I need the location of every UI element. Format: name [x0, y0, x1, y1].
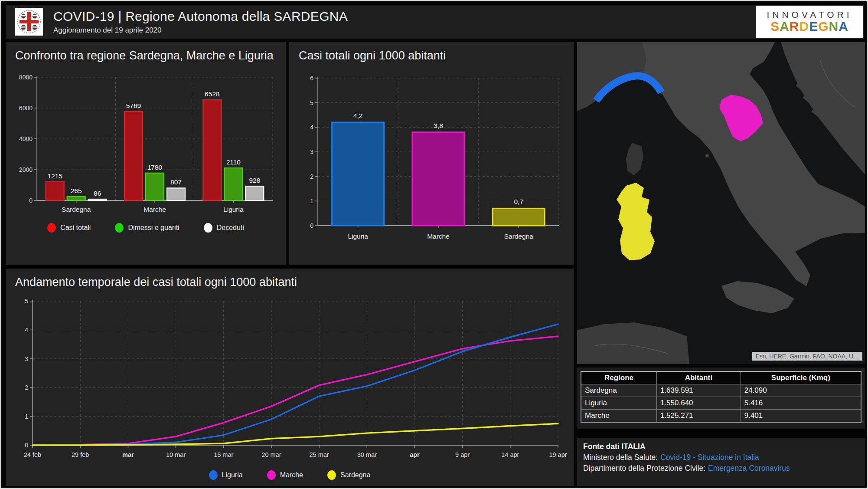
logo-letter: A: [839, 19, 848, 33]
svg-text:0: 0: [25, 442, 28, 449]
svg-text:1215: 1215: [47, 172, 62, 180]
logo-letter: D: [799, 19, 809, 33]
legend-label: Dimessi e guariti: [128, 224, 179, 232]
per1000-bar-chart: 0123456Liguria4,2Marche3,8Sardegna0,7: [296, 68, 566, 246]
svg-text:8000: 8000: [19, 74, 33, 81]
svg-text:86: 86: [94, 190, 101, 197]
svg-text:20 mar: 20 mar: [261, 451, 281, 458]
svg-text:0: 0: [310, 222, 313, 229]
svg-text:6: 6: [310, 75, 313, 82]
svg-text:6000: 6000: [19, 105, 33, 112]
fonte-line-protezione-civile: Dipartimento della Protezione Civile:Eme…: [583, 463, 859, 474]
legend-dot: [204, 223, 212, 233]
svg-text:10 mar: 10 mar: [166, 451, 186, 458]
table-cell: 5.416: [741, 397, 861, 410]
logo-letter: S: [770, 19, 780, 33]
svg-text:19 apr: 19 apr: [549, 451, 567, 458]
table-cell: Liguria: [581, 397, 656, 410]
svg-text:6528: 6528: [205, 90, 219, 98]
innovatori-sardegna-logo: INNOVATORI SARDEGNA: [756, 6, 863, 38]
logo-letter: A: [780, 19, 790, 33]
panel-andamento: Andamento temporale dei casi totali ogni…: [6, 269, 574, 486]
table-cell: 1.550.640: [656, 397, 741, 410]
header-text: COVID-19 | Regione Autonoma della SARDEG…: [53, 9, 348, 35]
legend-label: Marche: [280, 471, 303, 479]
panel-per1000: Casi totali ogni 1000 abitanti 0123456Li…: [289, 42, 574, 265]
panel-confronto: Confronto tra regione Sardegna, Marche e…: [6, 42, 286, 265]
region-table: RegioneAbitantiSuperficie (Kmq) Sardegna…: [581, 371, 861, 423]
map-elba-island: [705, 154, 709, 158]
fonte-title: Fonte dati ITALIA: [583, 442, 859, 451]
fonte-link-emergenza-coronavirus[interactable]: Emergenza Coronavirus: [708, 464, 790, 473]
svg-text:Liguria: Liguria: [348, 233, 368, 240]
app-header: COVID-19 | Regione Autonoma della SARDEG…: [6, 5, 864, 39]
fonte-label: Dipartimento della Protezione Civile:: [583, 464, 705, 473]
legend-label: Casi totali: [60, 224, 91, 232]
legend-dot: [47, 223, 56, 233]
svg-text:29 feb: 29 feb: [72, 451, 89, 458]
table-cell: Marche: [581, 410, 656, 423]
svg-text:1780: 1780: [147, 164, 163, 171]
table-cell: 9.401: [741, 410, 861, 423]
svg-text:30 mar: 30 mar: [357, 451, 377, 458]
sardegna-coat-of-arms-logo: [15, 8, 43, 36]
region-table-body: Sardegna1.639.59124.090Liguria1.550.6405…: [581, 384, 861, 423]
table-cell: 1.639.591: [656, 384, 741, 397]
panel-map: Esri, HERE, Garmin, FAO, NOAA, U…: [577, 42, 865, 364]
svg-text:1: 1: [310, 197, 313, 204]
table-row: Marche1.525.2719.401: [581, 410, 861, 423]
svg-text:Liguria: Liguria: [223, 206, 244, 213]
coat-of-arms-icon: [17, 10, 41, 34]
svg-text:4: 4: [310, 124, 313, 131]
region-table-head: RegioneAbitantiSuperficie (Kmq): [581, 371, 861, 384]
svg-text:14 apr: 14 apr: [501, 451, 519, 458]
svg-text:265: 265: [71, 187, 82, 194]
svg-text:3: 3: [25, 355, 28, 362]
svg-text:9 apr: 9 apr: [455, 451, 470, 458]
logo-word-sardegna: SARDEGNA: [770, 20, 848, 33]
covid-dashboard: COVID-19 | Regione Autonoma della SARDEG…: [0, 0, 868, 489]
svg-text:2000: 2000: [19, 166, 33, 173]
chart-title-confronto: Confronto tra regione Sardegna, Marche e…: [15, 48, 277, 63]
svg-text:Marche: Marche: [427, 233, 450, 240]
svg-text:1: 1: [25, 413, 28, 420]
table-row: Liguria1.550.6405.416: [581, 397, 861, 410]
chart-title-andamento: Andamento temporale dei casi totali ogni…: [15, 275, 565, 290]
logo-letter: R: [790, 19, 799, 33]
panel-fonte-dati: Fonte dati ITALIA Ministero della Salute…: [577, 438, 865, 486]
legend-item-liguria: Liguria: [209, 470, 243, 480]
map-attribution: Esri, HERE, Garmin, FAO, NOAA, U…: [752, 352, 862, 361]
svg-text:4: 4: [25, 326, 28, 333]
table-row: Sardegna1.639.59124.090: [581, 384, 861, 397]
table-cell: 1.525.271: [656, 410, 741, 423]
line-chart: 01234524 feb29 febmar10 mar15 mar20 mar2…: [13, 294, 567, 464]
grouped-bar-chart: 02000400060008000Sardegna121526586Marche…: [13, 68, 278, 217]
legend-label: Sardegna: [340, 471, 370, 479]
svg-text:apr: apr: [410, 451, 420, 458]
svg-text:4,2: 4,2: [353, 112, 363, 119]
table-cell: 24.090: [741, 384, 861, 397]
legend-andamento: LiguriaMarcheSardegna: [13, 470, 567, 480]
fonte-label: Ministero della Salute:: [583, 453, 658, 462]
chart-title-per1000: Casi totali ogni 1000 abitanti: [299, 48, 565, 63]
svg-text:3,8: 3,8: [434, 122, 443, 129]
svg-text:15 mar: 15 mar: [214, 451, 233, 458]
svg-text:2110: 2110: [226, 158, 241, 166]
svg-text:0,7: 0,7: [514, 198, 524, 205]
svg-text:25 mar: 25 mar: [310, 451, 329, 458]
table-header-cell: Abitanti: [656, 371, 741, 384]
svg-text:0: 0: [29, 197, 33, 204]
legend-item-deceduti: Deceduti: [204, 223, 244, 233]
legend-dot: [209, 470, 218, 480]
svg-text:2: 2: [25, 384, 28, 391]
fonte-link-situazione-italia[interactable]: Covid-19 - Situazione in Italia: [660, 453, 759, 462]
svg-text:2: 2: [310, 173, 313, 180]
legend-confronto: Casi totaliDimessi e guaritiDeceduti: [13, 223, 279, 233]
svg-text:4000: 4000: [19, 135, 33, 142]
legend-item-casi-totali: Casi totali: [47, 223, 91, 233]
italy-map[interactable]: [577, 42, 865, 364]
legend-item-marche: Marche: [267, 470, 303, 480]
update-date: Aggionamento del 19 aprile 2020: [53, 26, 348, 35]
svg-text:Marche: Marche: [144, 206, 166, 213]
svg-text:5769: 5769: [126, 102, 141, 109]
